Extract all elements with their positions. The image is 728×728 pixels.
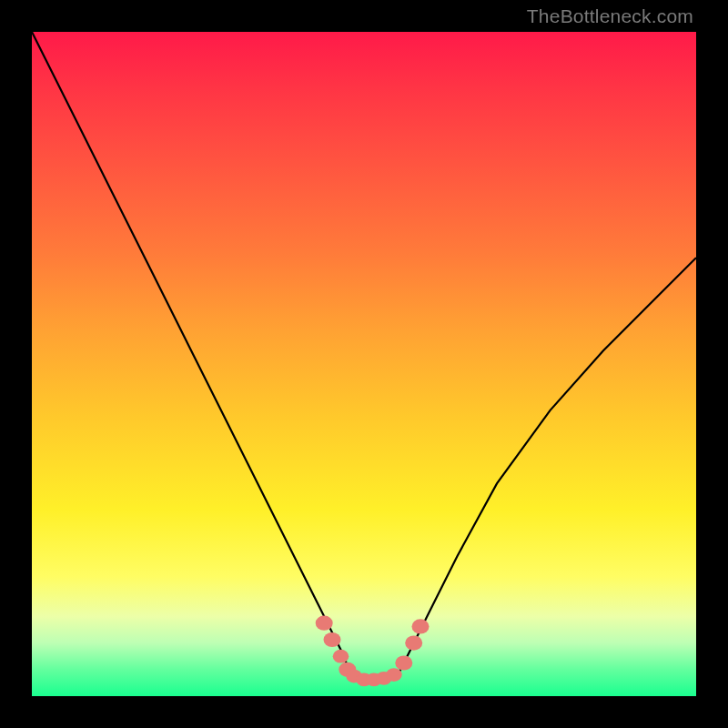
- left-curve: [32, 32, 350, 676]
- valley-marker: [316, 616, 333, 631]
- valley-marker: [386, 668, 402, 682]
- watermark-text: TheBottleneck.com: [527, 5, 693, 27]
- right-curve: [398, 258, 697, 676]
- valley-marker: [333, 650, 349, 663]
- chart-frame: TheBottleneck.com: [0, 0, 728, 728]
- valley-marker: [405, 636, 422, 651]
- valley-markers: [316, 616, 430, 687]
- plot-area: [32, 32, 696, 696]
- valley-marker: [412, 619, 430, 633]
- valley-marker: [395, 655, 412, 670]
- valley-marker: [324, 632, 341, 647]
- chart-svg: [32, 32, 696, 696]
